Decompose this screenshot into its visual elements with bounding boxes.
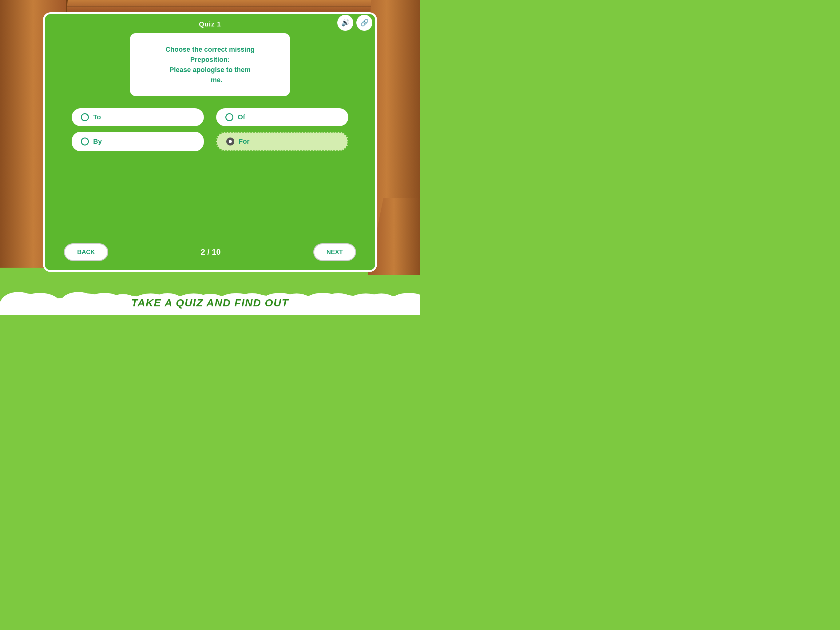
option-for-label: For [238, 138, 249, 146]
option-to[interactable]: To [72, 108, 204, 126]
radio-of [225, 113, 234, 121]
question-line3: Please apologise to them [169, 66, 251, 73]
question-text: Choose the correct missing Preposition: … [145, 44, 275, 85]
sound-icon: 🔊 [341, 19, 350, 27]
back-button[interactable]: BACK [64, 243, 108, 261]
main-card: Quiz 1 Choose the correct missing Prepos… [43, 12, 377, 272]
radio-by [81, 138, 89, 146]
question-line1: Choose the correct missing [166, 46, 254, 53]
option-for[interactable]: For [216, 131, 348, 151]
progress-text: 2 / 10 [201, 247, 221, 257]
radio-to [81, 113, 89, 121]
share-icon: 🔗 [360, 19, 369, 27]
question-card: Choose the correct missing Preposition: … [130, 33, 290, 96]
share-button[interactable]: 🔗 [356, 15, 373, 31]
option-to-label: To [93, 113, 101, 121]
radio-dot-for [229, 140, 232, 143]
option-by[interactable]: By [72, 131, 204, 151]
question-line2: Preposition: [190, 56, 230, 63]
sound-button[interactable]: 🔊 [337, 15, 353, 31]
option-of[interactable]: Of [216, 108, 348, 126]
quiz-title: Quiz 1 [199, 20, 221, 28]
option-of-label: Of [238, 113, 245, 121]
option-by-label: By [93, 138, 102, 146]
options-grid: To Of By For [72, 108, 348, 151]
radio-for [226, 138, 234, 146]
tagline: TAKE A QUIZ AND FIND OUT [0, 297, 420, 309]
top-icons-container: 🔊 🔗 [337, 15, 373, 31]
next-button[interactable]: NEXT [313, 243, 356, 261]
question-line4: ___ me. [198, 76, 223, 84]
